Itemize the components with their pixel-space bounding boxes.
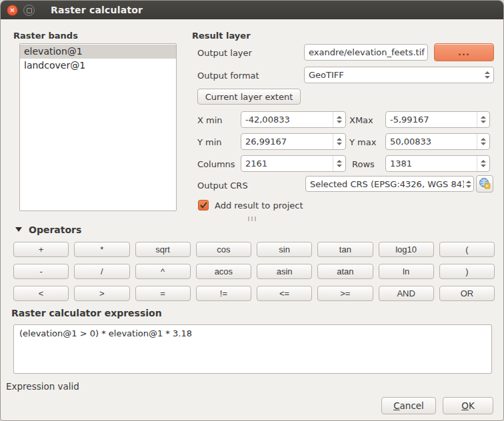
op-log10-button[interactable]: log10: [379, 242, 434, 257]
operators-label: Operators: [29, 224, 81, 235]
list-item-elevation[interactable]: elevation@1: [20, 45, 176, 59]
list-item-landcover[interactable]: landcover@1: [20, 59, 176, 73]
op-close-paren-button[interactable]: ): [439, 264, 495, 279]
check-icon: [199, 201, 208, 210]
output-layer-input[interactable]: exandre/elevation_feets.tif: [304, 44, 428, 61]
op-atan-button[interactable]: atan: [317, 264, 373, 279]
x-max-spinbox[interactable]: -5,99167: [385, 111, 490, 128]
raster-bands-list[interactable]: elevation@1 landcover@1: [19, 43, 177, 211]
op-tan-button[interactable]: tan: [317, 242, 373, 257]
raster-bands-label: Raster bands: [13, 31, 78, 41]
cancel-button[interactable]: Cancel: [381, 397, 436, 414]
y-max-label: Y max: [349, 137, 376, 147]
output-format-combobox[interactable]: GeoTIFF: [304, 67, 494, 83]
expression-status: Expression valid: [6, 381, 79, 392]
y-min-value: 26,99167: [241, 137, 291, 147]
raster-calculator-dialog: Raster calculator Raster bands elevation…: [0, 0, 504, 421]
add-result-label: Add result to project: [215, 201, 303, 210]
op-open-paren-button[interactable]: (: [439, 242, 495, 257]
output-crs-label: Output CRS: [197, 181, 248, 191]
rows-spinbox[interactable]: 1381: [385, 155, 490, 172]
op-lessequal-button[interactable]: <=: [257, 286, 312, 301]
titlebar: Raster calculator: [1, 1, 503, 19]
operators-grid: + * sqrt cos sin tan log10 ( - / ^ acos …: [13, 242, 495, 301]
x-max-value: -5,99167: [386, 115, 433, 125]
spinner-arrows-icon[interactable]: [477, 156, 489, 171]
columns-value: 2161: [241, 159, 271, 169]
op-acos-button[interactable]: acos: [196, 264, 251, 279]
output-layer-label: Output layer: [197, 48, 252, 58]
collapse-arrow-icon[interactable]: [15, 227, 22, 232]
y-max-spinbox[interactable]: 50,00833: [385, 133, 490, 150]
op-sin-button[interactable]: sin: [257, 242, 312, 257]
x-min-value: -42,00833: [241, 115, 294, 125]
output-format-value: GeoTIFF: [305, 70, 348, 80]
spinner-arrows-icon[interactable]: [333, 156, 345, 171]
columns-spinbox[interactable]: 2161: [241, 155, 346, 172]
rows-value: 1381: [386, 159, 416, 169]
x-min-label: X min: [197, 115, 223, 125]
op-divide-button[interactable]: /: [74, 264, 129, 279]
op-greater-button[interactable]: >: [74, 286, 129, 301]
y-min-spinbox[interactable]: 26,99167: [241, 133, 346, 150]
y-min-label: Y min: [197, 137, 222, 147]
op-ln-button[interactable]: ln: [379, 264, 434, 279]
op-greaterequal-button[interactable]: >=: [317, 286, 373, 301]
op-and-button[interactable]: AND: [379, 286, 434, 301]
ok-button[interactable]: OK: [443, 397, 493, 414]
splitter-handle[interactable]: [248, 216, 256, 221]
output-layer-value: exandre/elevation_feets.tif: [305, 47, 427, 57]
op-notequal-button[interactable]: !=: [196, 286, 251, 301]
browse-button[interactable]: ...: [434, 43, 494, 61]
columns-label: Columns: [197, 159, 235, 169]
op-asin-button[interactable]: asin: [257, 264, 312, 279]
combo-arrows-icon[interactable]: [464, 177, 473, 191]
op-plus-button[interactable]: +: [13, 242, 69, 257]
select-crs-button[interactable]: [476, 175, 493, 193]
spinner-arrows-icon[interactable]: [477, 112, 489, 127]
op-sqrt-button[interactable]: sqrt: [135, 242, 191, 257]
op-power-button[interactable]: ^: [135, 264, 191, 279]
output-crs-value: Selected CRS (EPSG:4326, WGS 84): [306, 179, 464, 189]
y-max-value: 50,00833: [386, 137, 435, 147]
current-layer-extent-button[interactable]: Current layer extent: [197, 89, 301, 105]
op-minus-button[interactable]: -: [13, 264, 69, 279]
globe-crs-icon: [479, 177, 491, 191]
x-min-spinbox[interactable]: -42,00833: [241, 111, 346, 128]
add-result-checkbox[interactable]: [198, 200, 209, 210]
rows-label: Rows: [352, 159, 375, 169]
close-icon[interactable]: [7, 5, 18, 16]
combo-arrows-icon[interactable]: [481, 67, 493, 83]
op-multiply-button[interactable]: *: [74, 242, 129, 257]
op-cos-button[interactable]: cos: [196, 242, 251, 257]
op-equal-button[interactable]: =: [135, 286, 191, 301]
spinner-arrows-icon[interactable]: [477, 134, 489, 149]
restore-icon[interactable]: [23, 5, 35, 16]
output-crs-combobox[interactable]: Selected CRS (EPSG:4326, WGS 84): [305, 176, 474, 192]
spinner-arrows-icon[interactable]: [333, 112, 345, 127]
result-layer-label: Result layer: [192, 31, 251, 41]
window-title: Raster calculator: [51, 5, 143, 15]
expression-label: Raster calculator expression: [11, 308, 162, 318]
expression-textarea[interactable]: (elevation@1 > 0) * elevation@1 * 3.18: [13, 324, 492, 374]
output-format-label: Output format: [197, 71, 259, 81]
x-max-label: XMax: [349, 115, 373, 125]
op-or-button[interactable]: OR: [439, 286, 495, 301]
spinner-arrows-icon[interactable]: [333, 134, 345, 149]
op-less-button[interactable]: <: [13, 286, 69, 301]
